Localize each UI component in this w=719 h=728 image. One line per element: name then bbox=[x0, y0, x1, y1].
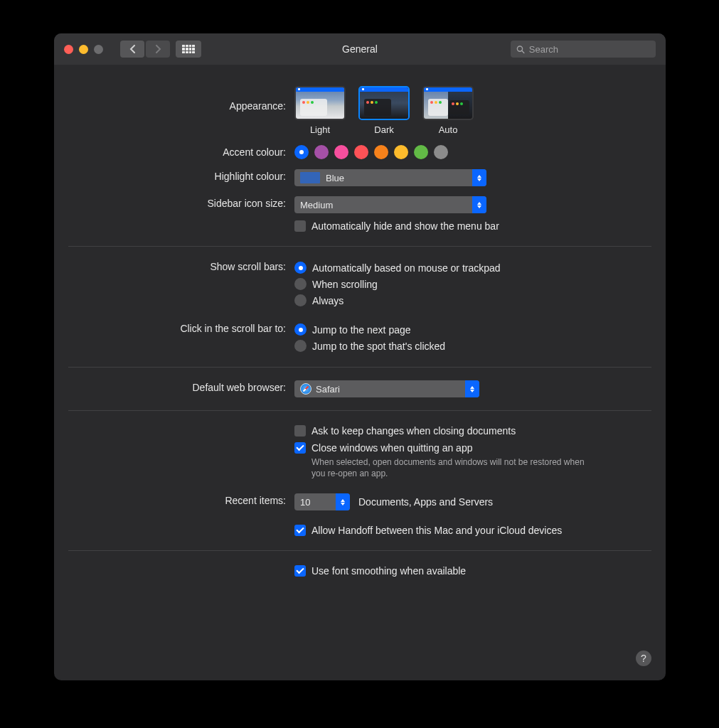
browser-select[interactable]: Safari bbox=[294, 380, 479, 397]
select-arrows-icon bbox=[336, 493, 350, 510]
appearance-auto[interactable]: Auto bbox=[422, 86, 474, 135]
scrollbars-auto-row: Automatically based on mouse or trackpad bbox=[294, 259, 501, 276]
search-input[interactable] bbox=[529, 44, 650, 55]
scrollbars-auto-radio[interactable] bbox=[294, 262, 307, 274]
sidebar-select[interactable]: Medium bbox=[294, 196, 486, 213]
appearance-light[interactable]: Light bbox=[294, 86, 346, 135]
font-smoothing-row: Use font smoothing when available bbox=[54, 561, 666, 581]
sidebar-label: Sidebar icon size: bbox=[54, 196, 294, 209]
accent-purple-swatch[interactable] bbox=[314, 145, 329, 159]
scrollbars-scrolling-radio[interactable] bbox=[294, 278, 307, 290]
appearance-dark[interactable]: Dark bbox=[358, 86, 410, 135]
accent-blue-swatch[interactable] bbox=[294, 145, 309, 159]
help-icon: ? bbox=[641, 653, 646, 664]
accent-label: Accent colour: bbox=[54, 145, 294, 158]
click-spot-radio[interactable] bbox=[294, 340, 307, 352]
scrollbars-always-row: Always bbox=[294, 292, 343, 309]
browser-row: Default web browser: Safari bbox=[54, 378, 666, 400]
handoff-checkbox-row: Allow Handoff between this Mac and your … bbox=[294, 523, 562, 537]
divider bbox=[68, 550, 651, 551]
highlight-row: Highlight colour: Blue bbox=[54, 162, 666, 189]
accent-swatches bbox=[294, 145, 448, 159]
close-windows-label: Close windows when quitting an app bbox=[311, 442, 472, 454]
recent-items-value: 10 bbox=[300, 497, 310, 508]
accent-yellow-swatch[interactable] bbox=[394, 145, 408, 159]
scrollbars-always-label: Always bbox=[312, 295, 343, 306]
appearance-auto-label: Auto bbox=[439, 124, 458, 135]
titlebar: General bbox=[54, 33, 666, 65]
recent-items-label: Recent items: bbox=[54, 493, 294, 506]
close-windows-note: When selected, open documents and window… bbox=[294, 455, 600, 482]
scrollbars-auto-label: Automatically based on mouse or trackpad bbox=[312, 262, 501, 274]
accent-red-swatch[interactable] bbox=[354, 145, 368, 159]
scrollbars-scrolling-label: When scrolling bbox=[312, 279, 378, 290]
click-scrollbar-row: Click in the scroll bar to: Jump to the … bbox=[54, 311, 666, 357]
font-smoothing-label: Use font smoothing when available bbox=[311, 565, 466, 577]
click-nextpage-row: Jump to the next page bbox=[294, 321, 411, 338]
help-button[interactable]: ? bbox=[636, 651, 651, 666]
close-windows-checkbox[interactable] bbox=[294, 442, 306, 454]
click-spot-row: Jump to the spot that's clicked bbox=[294, 338, 445, 354]
forward-button bbox=[146, 41, 170, 58]
traffic-lights bbox=[64, 45, 103, 54]
click-spot-label: Jump to the spot that's clicked bbox=[312, 341, 445, 352]
select-arrows-icon bbox=[472, 169, 486, 186]
back-button[interactable] bbox=[120, 41, 144, 58]
scrollbars-scrolling-row: When scrolling bbox=[294, 276, 378, 292]
highlight-label: Highlight colour: bbox=[54, 169, 294, 182]
divider bbox=[68, 246, 651, 247]
accent-pink-swatch[interactable] bbox=[334, 145, 348, 159]
click-scrollbar-label: Click in the scroll bar to: bbox=[54, 321, 294, 334]
appearance-row: Appearance: Light bbox=[54, 83, 666, 138]
accent-green-swatch[interactable] bbox=[414, 145, 428, 159]
highlight-select[interactable]: Blue bbox=[294, 169, 486, 186]
appearance-options: Light Dark bbox=[294, 86, 474, 135]
autohide-menubar-label: Automatically hide and show the menu bar bbox=[311, 220, 499, 232]
select-arrows-icon bbox=[472, 196, 486, 213]
handoff-label: Allow Handoff between this Mac and your … bbox=[311, 525, 562, 536]
search-icon bbox=[516, 45, 525, 54]
recent-items-select[interactable]: 10 bbox=[294, 493, 350, 510]
grid-icon bbox=[182, 45, 195, 53]
svg-line-1 bbox=[522, 50, 524, 53]
click-nextpage-label: Jump to the next page bbox=[312, 324, 411, 336]
close-windows-row: Close windows when quitting an app bbox=[294, 438, 472, 455]
chevron-left-icon bbox=[129, 45, 136, 53]
handoff-row: Allow Handoff between this Mac and your … bbox=[54, 513, 666, 540]
appearance-label: Appearance: bbox=[54, 86, 294, 112]
ask-keep-changes-label: Ask to keep changes when closing documen… bbox=[311, 425, 516, 437]
preferences-window: General Appearance: Light bbox=[54, 33, 666, 680]
autohide-menubar-checkbox[interactable] bbox=[294, 220, 306, 232]
divider bbox=[68, 410, 651, 411]
select-arrows-icon bbox=[465, 380, 479, 397]
search-field[interactable] bbox=[511, 41, 656, 58]
appearance-light-label: Light bbox=[310, 124, 330, 135]
content: Appearance: Light bbox=[54, 65, 666, 588]
scrollbars-always-radio[interactable] bbox=[294, 294, 307, 306]
autohide-menubar-row: Automatically hide and show the menu bar bbox=[294, 219, 499, 233]
accent-row: Accent colour: bbox=[54, 138, 666, 162]
click-nextpage-radio[interactable] bbox=[294, 323, 307, 336]
divider bbox=[68, 367, 651, 368]
doc-checkboxes-row: Ask to keep changes when closing documen… bbox=[54, 421, 666, 485]
sidebar-row: Sidebar icon size: Medium Automatically … bbox=[54, 189, 666, 236]
minimize-button[interactable] bbox=[79, 45, 88, 54]
sidebar-value: Medium bbox=[300, 200, 333, 210]
highlight-colorchip bbox=[300, 172, 320, 183]
show-all-button[interactable] bbox=[176, 41, 201, 58]
font-smoothing-checkbox-row: Use font smoothing when available bbox=[294, 564, 466, 578]
zoom-button bbox=[94, 45, 103, 54]
accent-orange-swatch[interactable] bbox=[374, 145, 388, 159]
handoff-checkbox[interactable] bbox=[294, 525, 306, 536]
appearance-dark-thumb bbox=[358, 86, 410, 120]
font-smoothing-checkbox[interactable] bbox=[294, 565, 306, 577]
scrollbars-row: Show scroll bars: Automatically based on… bbox=[54, 257, 666, 311]
recent-items-suffix: Documents, Apps and Servers bbox=[358, 496, 493, 508]
nav-buttons bbox=[120, 41, 170, 58]
scrollbars-label: Show scroll bars: bbox=[54, 259, 294, 272]
browser-value: Safari bbox=[316, 384, 340, 395]
accent-graphite-swatch[interactable] bbox=[434, 145, 448, 159]
close-button[interactable] bbox=[64, 45, 73, 54]
ask-keep-changes-checkbox[interactable] bbox=[294, 425, 306, 437]
ask-keep-changes-row: Ask to keep changes when closing documen… bbox=[294, 424, 516, 438]
